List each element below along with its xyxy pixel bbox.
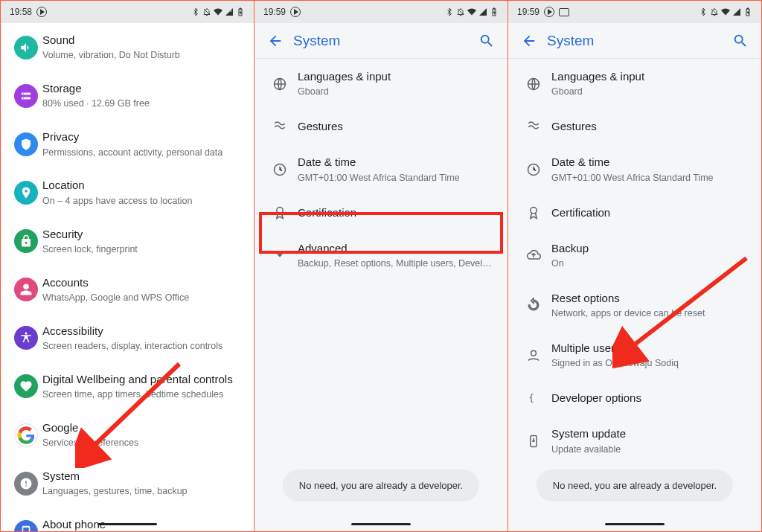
row-subtitle: On (551, 257, 749, 270)
toast: No need, you are already a developer. (537, 469, 733, 501)
system-row-dev[interactable]: { }Developer options (508, 380, 761, 416)
dnd-icon (456, 7, 465, 16)
search-button[interactable] (726, 33, 755, 49)
gestures-icon (262, 119, 298, 134)
page-title: System (293, 33, 472, 49)
row-subtitle: On – 4 apps have access to location (42, 195, 245, 208)
nav-handle[interactable] (605, 523, 665, 525)
back-button[interactable] (260, 33, 290, 49)
settings-row-location[interactable]: LocationOn – 4 apps have access to locat… (1, 168, 254, 217)
battery-icon (743, 7, 752, 16)
nav-handle[interactable] (351, 523, 411, 525)
svg-text:{ }: { } (528, 392, 541, 403)
header: System (254, 23, 508, 59)
back-button[interactable] (514, 33, 544, 49)
dev-icon: { } (516, 391, 551, 406)
system-row-users[interactable]: Multiple usersSigned in as Olanrewaju So… (508, 330, 761, 380)
system-row-badge[interactable]: Certification (508, 195, 761, 231)
settings-list: SoundVolume, vibration, Do Not DisturbSt… (1, 23, 254, 531)
row-title: Storage (42, 81, 245, 96)
system-row-clock[interactable]: Date & timeGMT+01:00 West Africa Standar… (254, 144, 508, 194)
wifi-icon (467, 7, 476, 16)
settings-row-wellbeing[interactable]: Digital Wellbeing and parental controlsS… (1, 362, 254, 411)
system-row-expand[interactable]: AdvancedBackup, Reset options, Multiple … (254, 231, 508, 281)
row-title: Certification (551, 205, 749, 220)
row-title: System (42, 469, 245, 484)
row-subtitle: Services & preferences (42, 437, 245, 449)
search-icon (478, 33, 495, 49)
toast: No need, you are already a developer. (283, 469, 479, 501)
system-row-clock[interactable]: Date & timeGMT+01:00 West Africa Standar… (508, 144, 761, 194)
row-title: System update (551, 426, 749, 441)
svg-point-9 (531, 207, 537, 213)
row-subtitle: GMT+01:00 West Africa Standard Time (298, 172, 496, 185)
row-title: Languages & input (298, 69, 496, 84)
svg-point-10 (531, 350, 537, 356)
system-row-globe[interactable]: Languages & inputGboard (508, 59, 761, 109)
security-icon (14, 229, 38, 253)
row-title: Gestures (551, 119, 749, 134)
system-row-gestures[interactable]: Gestures (254, 109, 508, 144)
row-title: Advanced (298, 241, 496, 256)
row-title: Digital Wellbeing and parental controls (42, 372, 245, 387)
play-icon (544, 7, 554, 17)
row-subtitle: GMT+01:00 West Africa Standard Time (551, 172, 749, 185)
panel-settings: 19:58 x SoundVolume, vibration, Do Not D… (1, 1, 254, 531)
row-title: Date & time (298, 155, 496, 170)
status-bar: 19:58 x (1, 1, 254, 23)
row-title: Certification (298, 205, 496, 220)
row-title: Accounts (42, 275, 245, 290)
row-subtitle: Screen lock, fingerprint (42, 243, 245, 256)
system-row-globe[interactable]: Languages & inputGboard (254, 59, 508, 109)
row-title: Developer options (551, 391, 749, 406)
status-time: 19:59 (263, 7, 286, 17)
system-row-reset[interactable]: Reset optionsNetwork, apps or device can… (508, 281, 761, 330)
system-row-backup[interactable]: BackupOn (508, 231, 761, 281)
row-subtitle: Gboard (298, 86, 496, 98)
settings-row-accounts[interactable]: AccountsWhatsApp, Google and WPS Office (1, 266, 254, 314)
system-list: Languages & inputGboardGesturesDate & ti… (508, 59, 761, 467)
settings-row-google[interactable]: GoogleServices & preferences (1, 411, 254, 459)
settings-row-privacy[interactable]: PrivacyPermissions, account activity, pe… (1, 120, 254, 168)
status-icons: x (191, 7, 245, 16)
row-title: Date & time (551, 155, 749, 170)
system-row-gestures[interactable]: Gestures (508, 109, 761, 144)
status-bar: 19:59 (254, 1, 508, 23)
status-icons (699, 7, 752, 16)
bluetooth-icon (699, 7, 708, 16)
settings-row-about[interactable]: About phoneNokia 6.1 Plus (1, 507, 254, 531)
settings-row-security[interactable]: SecurityScreen lock, fingerprint (1, 217, 254, 266)
header: System (508, 23, 761, 59)
sound-icon (14, 36, 38, 60)
status-time: 19:58 (10, 7, 32, 17)
signal-icon (732, 7, 741, 16)
row-title: Gestures (298, 119, 496, 134)
backup-icon (516, 248, 551, 263)
nav-handle[interactable] (97, 523, 157, 525)
arrow-back-icon (267, 33, 284, 49)
dnd-icon (710, 7, 719, 16)
row-subtitle: Update available (551, 443, 749, 456)
wifi-icon (721, 7, 730, 16)
system-row-badge[interactable]: Certification (254, 195, 508, 231)
storage-icon (14, 84, 38, 108)
panel-system-collapsed: 19:59 System Languages & inputGboardGest… (254, 1, 508, 531)
globe-icon (262, 77, 298, 92)
settings-row-system[interactable]: SystemLanguages, gestures, time, backup (1, 459, 254, 507)
system-row-update[interactable]: System updateUpdate available (508, 416, 761, 466)
battery-icon (236, 7, 245, 16)
settings-row-sound[interactable]: SoundVolume, vibration, Do Not Disturb (1, 23, 254, 71)
clock-icon (516, 162, 551, 177)
row-subtitle: WhatsApp, Google and WPS Office (42, 292, 245, 304)
row-title: Privacy (42, 129, 245, 144)
search-button[interactable] (472, 33, 502, 49)
play-icon (36, 7, 47, 17)
row-subtitle: Languages, gestures, time, backup (42, 485, 245, 498)
wifi-icon (214, 7, 222, 16)
arrow-back-icon (521, 33, 537, 49)
row-title: Languages & input (551, 69, 749, 84)
row-title: Multiple users (551, 341, 749, 356)
status-icons (445, 7, 499, 16)
settings-row-storage[interactable]: Storage80% used · 12.69 GB free (1, 71, 254, 120)
settings-row-accessibility[interactable]: AccessibilityScreen readers, display, in… (1, 314, 254, 362)
